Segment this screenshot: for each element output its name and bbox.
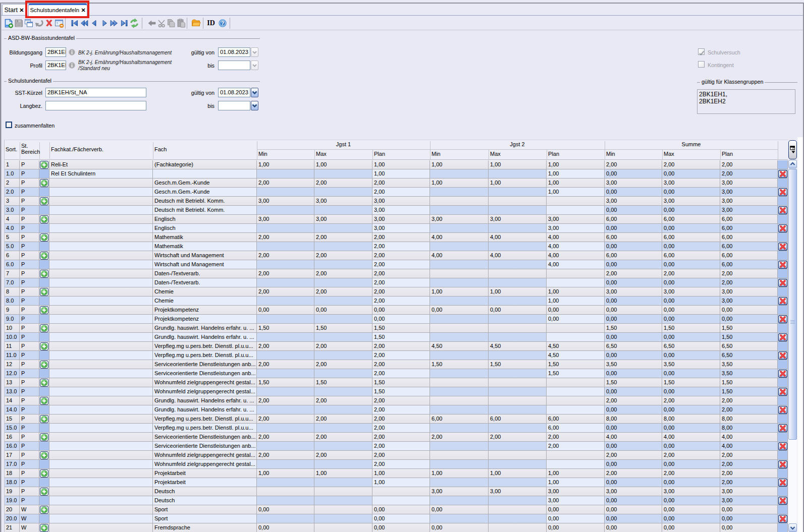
svg-text:?: ?	[221, 20, 224, 26]
